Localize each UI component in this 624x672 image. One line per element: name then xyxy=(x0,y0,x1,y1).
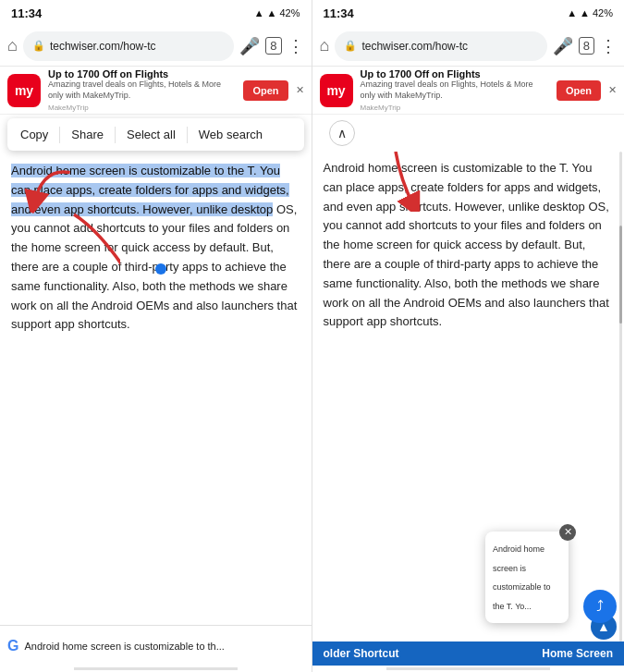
article-remaining-left: OS, you cannot add shortcuts to your fil… xyxy=(11,202,297,332)
ad-banner-right: my Up to 1700 Off on Flights Amazing tra… xyxy=(312,67,625,115)
menu-icon-left[interactable]: ⋮ xyxy=(288,36,304,56)
ad-brand-left: MakeMyTrip xyxy=(48,104,236,112)
article-content-right: Android home screen is customizable to t… xyxy=(312,152,625,641)
battery-icon-right: 42% xyxy=(593,7,613,18)
lock-icon-left: 🔒 xyxy=(32,40,45,52)
wifi-icon-left: ▲ xyxy=(267,7,277,18)
url-text-right: techwiser.com/how-tc xyxy=(361,40,468,53)
ad-subtitle-left: Amazing travel deals on Flights, Hotels … xyxy=(48,79,236,101)
bottom-content-text2: Home Screen xyxy=(542,647,613,660)
bottom-bar-left: G Android home screen is customizable to… xyxy=(0,625,312,666)
article-content-left: Android home screen is customizable to t… xyxy=(0,154,312,625)
ad-close-left[interactable]: ✕ xyxy=(296,84,304,96)
signal-icon-left: ▲ xyxy=(254,7,264,18)
nav-indicator-left xyxy=(74,667,238,670)
ad-banner-left: my Up to 1700 Off on Flights Amazing tra… xyxy=(0,67,312,115)
lock-icon-right: 🔒 xyxy=(344,40,357,52)
context-select-all[interactable]: Select all xyxy=(117,124,185,145)
red-arrow-right-top xyxy=(368,152,423,212)
scroll-thumb-right xyxy=(619,226,622,324)
status-time-left: 11:34 xyxy=(11,6,42,20)
url-bar-right[interactable]: 🔒 techwiser.com/how-tc xyxy=(335,31,546,61)
red-arrow-middle xyxy=(55,210,120,284)
left-phone-panel: 11:34 ▲ ▲ 42% ⌂ 🔒 techwiser.com/how-tc 🎤… xyxy=(0,0,312,672)
status-icons-right: ▲ ▲ 42% xyxy=(567,7,613,18)
context-share[interactable]: Share xyxy=(62,124,113,145)
home-icon-right[interactable]: ⌂ xyxy=(320,36,330,55)
bottom-content-bar: older Shortcut Home Screen ▲ xyxy=(312,641,625,666)
status-bar-left: 11:34 ▲ ▲ 42% xyxy=(0,0,312,26)
home-icon-left[interactable]: ⌂ xyxy=(7,36,18,55)
tab-count-right[interactable]: 8 xyxy=(579,37,594,55)
ad-title-left: Up to 1700 Off on Flights xyxy=(48,68,236,79)
browser-bar-right: ⌂ 🔒 techwiser.com/how-tc 🎤 8 ⋮ xyxy=(312,26,625,67)
ad-text-right: Up to 1700 Off on Flights Amazing travel… xyxy=(361,68,549,111)
scroll-indicator-right xyxy=(619,152,622,641)
nav-indicator-right xyxy=(386,667,551,670)
status-time-right: 11:34 xyxy=(324,6,354,20)
ad-logo-right: my xyxy=(320,74,353,107)
share-popup-text: Android home screen is customizable to t… xyxy=(493,544,551,611)
ad-text-left: Up to 1700 Off on Flights Amazing travel… xyxy=(48,68,236,111)
share-popup-close-button[interactable]: ✕ xyxy=(559,524,576,541)
selection-handle-end xyxy=(155,263,166,275)
context-menu: Copy Share Select all Web search xyxy=(7,118,304,151)
ad-logo-left: my xyxy=(7,74,41,107)
ad-subtitle-right: Amazing travel deals on Flights, Hotels … xyxy=(361,79,549,101)
wifi-icon-right: ▲ xyxy=(580,7,590,18)
ad-title-right: Up to 1700 Off on Flights xyxy=(361,68,549,79)
ad-brand-right: MakeMyTrip xyxy=(361,104,549,112)
url-text-left: techwiser.com/how-tc xyxy=(50,40,156,53)
bottom-content-text: older Shortcut xyxy=(324,647,399,660)
share-icon: ⤴ xyxy=(596,594,604,618)
divider-1 xyxy=(59,127,60,143)
ad-logo-text-right: my xyxy=(326,83,345,98)
ad-close-right[interactable]: ✕ xyxy=(608,84,617,96)
battery-icon-left: 42% xyxy=(279,7,300,18)
google-logo-left: G xyxy=(7,638,18,654)
tab-count-left[interactable]: 8 xyxy=(265,37,281,55)
context-web-search[interactable]: Web search xyxy=(190,124,272,145)
mic-icon-right[interactable]: 🎤 xyxy=(553,36,573,56)
mic-icon-left[interactable]: 🎤 xyxy=(239,36,260,56)
ad-open-button-left[interactable]: Open xyxy=(243,80,288,101)
share-button-circle[interactable]: ⤴ xyxy=(583,590,617,623)
status-bar-right: 11:34 ▲ ▲ 42% xyxy=(312,0,625,26)
right-phone-panel: 11:34 ▲ ▲ 42% ⌂ 🔒 techwiser.com/how-tc 🎤… xyxy=(312,0,625,672)
ad-open-button-right[interactable]: Open xyxy=(557,80,601,101)
bottom-search-text-left: Android home screen is customizable to t… xyxy=(24,641,303,652)
scroll-up-row: ∧ xyxy=(312,115,625,152)
divider-2 xyxy=(115,127,116,143)
ad-logo-text-left: my xyxy=(15,83,33,98)
menu-icon-right[interactable]: ⋮ xyxy=(600,36,617,56)
url-bar-left[interactable]: 🔒 techwiser.com/how-tc xyxy=(23,31,234,61)
status-icons-left: ▲ ▲ 42% xyxy=(254,7,300,18)
scroll-up-icon: ∧ xyxy=(337,126,347,141)
context-copy[interactable]: Copy xyxy=(11,124,57,145)
scroll-up-button[interactable]: ∧ xyxy=(329,120,355,146)
browser-bar-left: ⌂ 🔒 techwiser.com/how-tc 🎤 8 ⋮ xyxy=(0,26,312,67)
share-popup: ✕ Android home screen is customizable to… xyxy=(485,531,569,623)
divider-3 xyxy=(187,127,188,143)
signal-icon-right: ▲ xyxy=(567,7,577,18)
